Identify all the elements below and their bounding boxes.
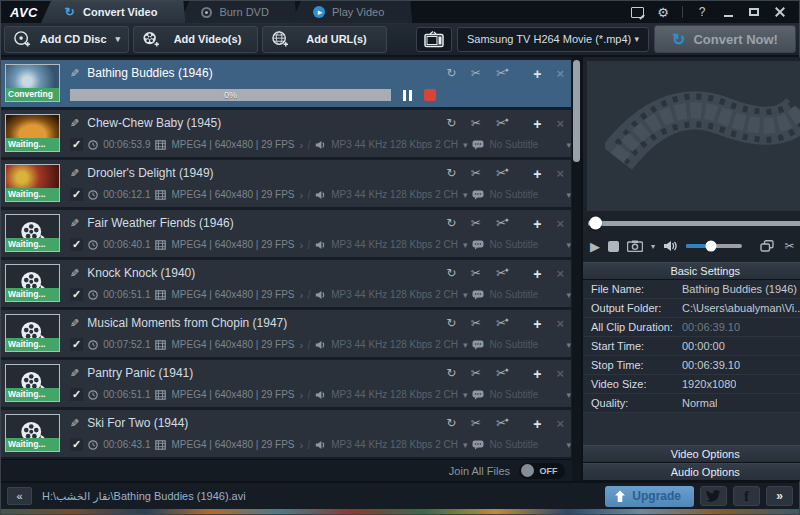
remove-icon[interactable]: × (556, 67, 564, 80)
crop-effect-icon[interactable]: ✂✦ (496, 416, 511, 429)
help-icon[interactable]: ? (695, 5, 709, 19)
setting-value[interactable]: 00:06:39.10 ▾ ⚙ (680, 318, 800, 336)
remove-icon[interactable]: × (556, 167, 564, 180)
volume-slider[interactable] (686, 244, 742, 248)
snapshot-dropdown-icon[interactable]: ▾ (651, 242, 655, 251)
add-icon[interactable]: + (533, 117, 541, 131)
remove-icon[interactable]: × (556, 417, 564, 430)
speaker-icon[interactable] (315, 440, 326, 450)
reconvert-icon[interactable]: ↻ (446, 417, 456, 429)
check-icon[interactable]: ✓ (70, 388, 83, 401)
effect-swatch[interactable] (307, 190, 311, 199)
tab-convert-video[interactable]: Convert Video (41, 1, 185, 23)
setting-value[interactable]: 00:00:00 ▾ ⚙ (680, 337, 800, 355)
add-icon[interactable]: + (533, 317, 541, 331)
chevron-down-icon[interactable]: ▾ (566, 440, 571, 450)
effect-swatch[interactable] (307, 390, 311, 399)
clip-icon[interactable]: ✂ (471, 317, 482, 330)
clip-icon[interactable]: ✂ (471, 117, 482, 130)
check-icon[interactable]: ✓ (70, 338, 83, 351)
seek-knob[interactable] (589, 217, 602, 230)
pause-button[interactable] (401, 90, 414, 101)
chevron-down-icon[interactable]: ▾ (566, 240, 571, 250)
scrollbar-thumb[interactable] (573, 60, 580, 162)
speaker-icon[interactable] (315, 290, 326, 300)
output-profile-select[interactable]: Samsung TV H264 Movie (*.mp4) ▾ (457, 27, 649, 52)
reconvert-icon[interactable]: ↻ (446, 367, 456, 379)
stop-conversion-button[interactable] (424, 89, 436, 101)
effect-swatch[interactable] (307, 240, 311, 249)
crop-effect-icon[interactable]: ✂✦ (496, 266, 511, 279)
chevron-down-icon[interactable]: ▾ (566, 290, 571, 300)
reconvert-icon[interactable]: ↻ (446, 167, 456, 179)
tab-burn-dvd[interactable]: Burn DVD (179, 1, 297, 23)
remove-icon[interactable]: × (556, 367, 564, 380)
rename-pencil-icon[interactable]: ✎ (70, 267, 79, 280)
reconvert-icon[interactable]: ↻ (446, 217, 456, 229)
upgrade-button[interactable]: Upgrade (605, 486, 694, 507)
add-icon[interactable]: + (533, 367, 541, 381)
rename-pencil-icon[interactable]: ✎ (70, 317, 79, 330)
volume-knob[interactable] (706, 241, 717, 252)
chevron-down-icon[interactable]: ▾ (566, 390, 571, 400)
clip-icon[interactable]: ✂ (471, 167, 482, 180)
clip-icon[interactable]: ✂ (471, 367, 482, 380)
rename-pencil-icon[interactable]: ✎ (70, 67, 79, 80)
chevron-down-icon[interactable]: ▾ (115, 34, 120, 44)
effect-swatch[interactable] (307, 290, 311, 299)
add-urls-button[interactable]: Add URL(s) (262, 26, 387, 53)
copy-icon[interactable] (760, 240, 774, 252)
setting-value[interactable]: C:\Users\abualyman\Vi... ▾ ⚙ (680, 299, 800, 317)
join-all-files-toggle[interactable]: OFF (519, 463, 565, 479)
check-icon[interactable]: ✓ (70, 138, 83, 151)
clip-icon[interactable]: ✂ (471, 267, 482, 280)
setting-value[interactable]: Normal ▾ ⚙ (680, 394, 800, 412)
seek-track[interactable] (588, 221, 800, 226)
file-list-row[interactable]: Waiting... ✎ Knock Knock (1940) ✓ 00:06:… (1, 260, 571, 307)
check-icon[interactable]: ✓ (70, 438, 83, 451)
minimize-icon[interactable] (721, 5, 735, 19)
reconvert-icon[interactable]: ↻ (446, 67, 456, 79)
effect-swatch[interactable] (307, 340, 311, 349)
file-list-row[interactable]: Waiting... ✎ Fair Weather Fiends (1946) … (1, 210, 571, 257)
volume-icon[interactable] (663, 240, 678, 252)
crop-effect-icon[interactable]: ✂✦ (496, 316, 511, 329)
file-list-row[interactable]: Waiting... ✎ Musical Moments from Chopin… (1, 310, 571, 357)
file-list-row[interactable]: Waiting... ✎ Ski For Two (1944) ✓ 00:06:… (1, 410, 571, 457)
effect-swatch[interactable] (307, 440, 311, 449)
clip-icon[interactable]: ✂ (471, 217, 482, 230)
list-scrollbar[interactable] (572, 57, 581, 481)
rename-pencil-icon[interactable]: ✎ (70, 117, 79, 130)
crop-effect-icon[interactable]: ✂✦ (496, 366, 511, 379)
check-icon[interactable]: ✓ (70, 188, 83, 201)
setting-value[interactable]: 00:06:39.10 ▾ ⚙ (680, 356, 800, 374)
speaker-icon[interactable] (315, 140, 326, 150)
chevron-down-icon[interactable]: ▾ (566, 190, 571, 200)
reconvert-icon[interactable]: ↻ (446, 117, 456, 129)
crop-effect-icon[interactable]: ✂✦ (496, 216, 511, 229)
reconvert-icon[interactable]: ↻ (446, 317, 456, 329)
speaker-icon[interactable] (315, 340, 326, 350)
clip-icon[interactable]: ✂ (784, 239, 794, 253)
audio-options-header[interactable]: Audio Options (583, 463, 800, 481)
add-icon[interactable]: + (533, 267, 541, 281)
file-list-row[interactable]: Waiting... ✎ Chew-Chew Baby (1945) ✓ 00:… (1, 110, 571, 157)
add-cd-disc-button[interactable]: Add CD Disc ▾ (4, 26, 129, 53)
clip-icon[interactable]: ✂ (471, 417, 482, 430)
tab-play-video[interactable]: Play Video (291, 1, 412, 23)
chevron-down-icon[interactable]: ▾ (566, 140, 571, 150)
effect-swatch[interactable] (307, 140, 311, 149)
snapshot-camera-icon[interactable] (627, 240, 643, 252)
crop-effect-icon[interactable]: ✂✦ (496, 66, 511, 79)
collapse-panel-button[interactable]: « (7, 487, 32, 505)
speaker-icon[interactable] (315, 190, 326, 200)
maximize-icon[interactable] (747, 5, 761, 19)
check-icon[interactable]: ✓ (70, 288, 83, 301)
clip-icon[interactable]: ✂ (471, 67, 482, 80)
close-icon[interactable] (773, 5, 787, 19)
play-button[interactable]: ▶ (590, 239, 600, 254)
stop-button[interactable] (608, 241, 619, 252)
setting-value[interactable]: 1920x1080 ▾ ⚙ (680, 375, 800, 393)
file-list-row[interactable]: Waiting... ✎ Drooler's Delight (1949) ✓ … (1, 160, 571, 207)
seek-bar[interactable] (588, 215, 800, 231)
